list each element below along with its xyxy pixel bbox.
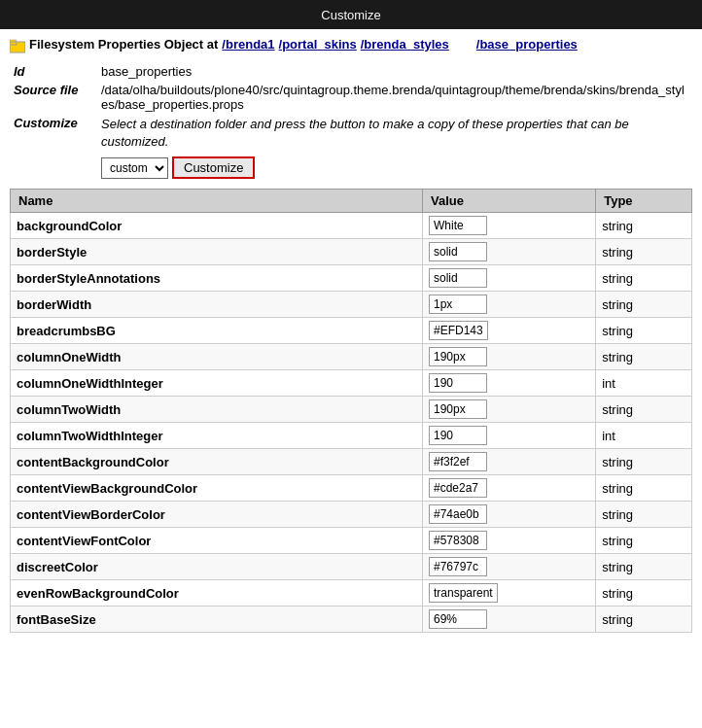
table-row: columnOneWidth190pxstring	[11, 344, 692, 370]
source-value: /data/olha/buildouts/plone40/src/quintag…	[97, 81, 692, 114]
value-box: White	[429, 216, 487, 235]
table-row: borderStyleAnnotationssolidstring	[11, 265, 692, 292]
prop-type: string	[596, 239, 692, 265]
customize-label: Customize	[10, 114, 97, 181]
prop-type: string	[596, 475, 692, 502]
prop-type: string	[596, 502, 692, 528]
info-table: Id base_properties Source file /data/olh…	[10, 62, 692, 181]
table-row: borderWidth1pxstring	[11, 292, 692, 318]
prop-type: string	[596, 528, 692, 554]
value-box: #76797c	[429, 557, 487, 576]
prop-name: columnTwoWidthInteger	[11, 423, 423, 449]
prop-type: int	[596, 370, 692, 397]
prop-value: #f3f2ef	[422, 449, 595, 475]
prop-value: 190	[422, 370, 595, 397]
value-box: #cde2a7	[429, 478, 487, 498]
prop-type: int	[596, 423, 692, 449]
prop-value: 1px	[422, 292, 595, 318]
prop-name: borderWidth	[11, 292, 423, 318]
prop-value: White	[422, 213, 595, 239]
prop-name: contentViewFontColor	[11, 528, 423, 554]
col-name-header: Name	[11, 190, 423, 213]
breadcrumb-link-brenda1[interactable]: /brenda1	[222, 37, 274, 52]
prop-value: 190	[422, 423, 595, 449]
table-row: contentViewBackgroundColor#cde2a7string	[11, 475, 692, 502]
value-box: transparent	[429, 583, 498, 603]
prop-type: string	[596, 265, 692, 292]
table-row: evenRowBackgroundColortransparentstring	[11, 580, 692, 607]
prop-name: borderStyleAnnotations	[11, 265, 423, 292]
customize-controls: custom Customize	[101, 156, 688, 179]
col-type-header: Type	[596, 190, 692, 213]
prop-value: #cde2a7	[422, 475, 595, 502]
value-box: #74ae0b	[429, 504, 487, 524]
prop-type: string	[596, 213, 692, 239]
prop-name: borderStyle	[11, 239, 423, 265]
table-row: contentViewFontColor#578308string	[11, 528, 692, 554]
table-row: contentViewBorderColor#74ae0bstring	[11, 502, 692, 528]
value-box: 69%	[429, 609, 487, 629]
prop-type: string	[596, 318, 692, 344]
breadcrumb-prefix: Filesystem Properties Object at	[29, 37, 218, 52]
table-row: borderStylesolidstring	[11, 239, 692, 265]
value-box: 1px	[429, 295, 487, 314]
table-row: breadcrumbsBG#EFD143string	[11, 318, 692, 344]
customize-desc: Select a destination folder and press th…	[101, 116, 688, 151]
prop-value: solid	[422, 265, 595, 292]
prop-value: 190px	[422, 397, 595, 423]
breadcrumb-link-portal-skins[interactable]: /portal_skins	[279, 37, 357, 52]
breadcrumb-link-brenda-styles[interactable]: /brenda_styles	[361, 37, 449, 52]
value-box: #EFD143	[429, 321, 488, 340]
prop-value: #76797c	[422, 554, 595, 580]
prop-type: string	[596, 554, 692, 580]
prop-value: #EFD143	[422, 318, 595, 344]
prop-value: transparent	[422, 580, 595, 607]
prop-name: fontBaseSize	[11, 607, 423, 633]
value-box: 190	[429, 373, 487, 393]
destination-select[interactable]: custom	[101, 157, 168, 179]
prop-value: #578308	[422, 528, 595, 554]
prop-value: #74ae0b	[422, 502, 595, 528]
customize-button[interactable]: Customize	[172, 156, 255, 179]
prop-name: evenRowBackgroundColor	[11, 580, 423, 607]
prop-name: contentViewBackgroundColor	[11, 475, 423, 502]
value-box: solid	[429, 268, 487, 288]
content-area: Filesystem Properties Object at /brenda1…	[0, 29, 702, 728]
properties-table: Name Value Type backgroundColorWhitestri…	[10, 189, 692, 633]
customize-cell: Select a destination folder and press th…	[97, 114, 692, 181]
value-box: #f3f2ef	[429, 452, 487, 471]
table-row: columnTwoWidthInteger190int	[11, 423, 692, 449]
id-value: base_properties	[97, 62, 692, 81]
top-bar-title: Customize	[321, 8, 380, 22]
value-box: #578308	[429, 531, 487, 550]
prop-type: string	[596, 292, 692, 318]
value-box: 190px	[429, 347, 487, 366]
breadcrumb-link-base-properties[interactable]: /base_properties	[476, 37, 578, 52]
top-bar: Customize	[0, 0, 702, 29]
prop-name: columnTwoWidth	[11, 397, 423, 423]
prop-type: string	[596, 344, 692, 370]
prop-type: string	[596, 449, 692, 475]
table-row: columnTwoWidth190pxstring	[11, 397, 692, 423]
prop-name: contentBackgroundColor	[11, 449, 423, 475]
table-row: contentBackgroundColor#f3f2efstring	[11, 449, 692, 475]
prop-value: 69%	[422, 607, 595, 633]
prop-value: 190px	[422, 344, 595, 370]
table-row: columnOneWidthInteger190int	[11, 370, 692, 397]
prop-name: columnOneWidthInteger	[11, 370, 423, 397]
prop-value: solid	[422, 239, 595, 265]
value-box: solid	[429, 242, 487, 261]
table-row: discreetColor#76797cstring	[11, 554, 692, 580]
svg-rect-1	[10, 42, 17, 45]
col-value-header: Value	[422, 190, 595, 213]
prop-name: discreetColor	[11, 554, 423, 580]
source-label: Source file	[10, 81, 97, 114]
prop-type: string	[596, 397, 692, 423]
prop-type: string	[596, 580, 692, 607]
breadcrumb: Filesystem Properties Object at /brenda1…	[10, 37, 692, 54]
id-label: Id	[10, 62, 97, 81]
prop-name: contentViewBorderColor	[11, 502, 423, 528]
table-row: fontBaseSize69%string	[11, 607, 692, 633]
prop-name: backgroundColor	[11, 213, 423, 239]
prop-type: string	[596, 607, 692, 633]
